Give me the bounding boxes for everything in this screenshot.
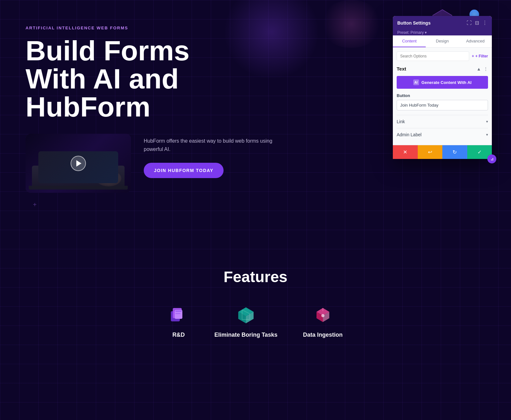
search-input[interactable] <box>397 51 469 61</box>
tasks-icon <box>236 305 256 325</box>
feature-item-tasks: Eliminate Boring Tasks <box>214 305 278 338</box>
cancel-button[interactable]: ✕ <box>393 145 418 159</box>
sidebar-panel: Button Settings ⛶ ⊟ ⋮ Preset: Primary ▾ … <box>393 16 492 159</box>
filter-icon: + <box>472 54 474 58</box>
redo-button[interactable]: ↻ <box>442 145 467 159</box>
rd-icon <box>168 305 189 325</box>
feature-label-tasks: Eliminate Boring Tasks <box>214 332 278 338</box>
tab-content[interactable]: Content <box>393 35 426 47</box>
feature-item-rd: R&D <box>168 305 189 338</box>
laptop-base <box>29 186 128 190</box>
resize-icon <box>490 157 494 161</box>
cancel-icon: ✕ <box>403 149 407 155</box>
panel-header-actions: ⛶ ⊟ ⋮ <box>467 20 487 26</box>
resize-handle[interactable] <box>487 154 496 163</box>
redo-icon: ↻ <box>453 149 457 155</box>
ai-generate-button[interactable]: AI Generate Content With AI <box>397 76 488 89</box>
video-thumbnail[interactable] <box>26 134 131 193</box>
panel-action-bar: ✕ ↩ ↻ ✓ <box>393 145 492 159</box>
panel-split-icon[interactable]: ⊟ <box>475 20 479 26</box>
svg-point-21 <box>491 160 492 161</box>
tab-advanced[interactable]: Advanced <box>459 35 492 47</box>
undo-button[interactable]: ↩ <box>418 145 443 159</box>
features-title: Features <box>26 268 485 286</box>
svg-point-18 <box>321 314 324 317</box>
feature-label-rd: R&D <box>172 332 185 338</box>
features-section: Features R&D <box>0 249 511 364</box>
panel-header: Button Settings ⛶ ⊟ ⋮ <box>393 16 492 30</box>
play-icon <box>76 160 81 167</box>
filter-button[interactable]: + + Filter <box>472 54 488 58</box>
svg-point-20 <box>492 160 493 161</box>
panel-more-icon[interactable]: ⋮ <box>482 20 487 26</box>
feature-label-data: Data Ingestion <box>303 332 343 338</box>
play-button[interactable] <box>71 156 86 171</box>
ai-generate-label: Generate Content With AI <box>422 80 472 85</box>
hero-title: Build Forms With AI and HubForm <box>26 37 256 121</box>
filter-label: + Filter <box>475 54 488 58</box>
section-more-icon[interactable]: ⋮ <box>484 66 488 71</box>
link-chevron-icon: ▾ <box>486 119 488 124</box>
ok-icon: ✓ <box>477 149 482 155</box>
data-icon <box>313 305 333 325</box>
panel-section-icons: ▲ ⋮ <box>477 66 488 71</box>
hero-description: HubForm offers the easiest way to build … <box>144 137 278 153</box>
panel-tabs: Content Design Advanced <box>393 35 492 48</box>
main-container: + + + ARTIFICIAL INTELLIGENCE WEB FORMS … <box>0 0 511 420</box>
hand-silhouette <box>96 170 121 186</box>
tab-design[interactable]: Design <box>426 35 459 47</box>
panel-search-row: + + Filter <box>397 51 488 61</box>
svg-point-22 <box>492 158 493 159</box>
admin-label-collapsible[interactable]: Admin Label ▾ <box>397 128 488 141</box>
admin-label-text: Admin Label <box>397 132 422 137</box>
cross-marker-3: + <box>33 201 37 208</box>
undo-icon: ↩ <box>428 149 432 155</box>
panel-section-title: Text <box>397 66 406 71</box>
link-label: Link <box>397 119 405 124</box>
panel-field-label: Button <box>397 93 488 98</box>
cta-button[interactable]: JOIN HUBFORM TODAY <box>144 163 224 178</box>
features-grid: R&D Eliminate Boring Tasks <box>26 305 485 338</box>
panel-text-section-header: Text ▲ ⋮ <box>397 65 488 73</box>
svg-rect-8 <box>175 313 180 314</box>
svg-rect-7 <box>175 311 182 312</box>
panel-body: + + Filter Text ▲ ⋮ AI Generate Content … <box>393 48 492 145</box>
button-text-input[interactable] <box>397 100 488 110</box>
panel-preset[interactable]: Preset: Primary ▾ <box>393 30 492 35</box>
feature-item-data: Data Ingestion <box>303 305 343 338</box>
ai-icon: AI <box>413 79 419 85</box>
section-collapse-icon[interactable]: ▲ <box>477 66 481 71</box>
admin-chevron-icon: ▾ <box>486 132 488 137</box>
link-collapsible[interactable]: Link ▾ <box>397 115 488 128</box>
panel-title: Button Settings <box>397 20 431 26</box>
panel-fullscreen-icon[interactable]: ⛶ <box>467 20 472 26</box>
